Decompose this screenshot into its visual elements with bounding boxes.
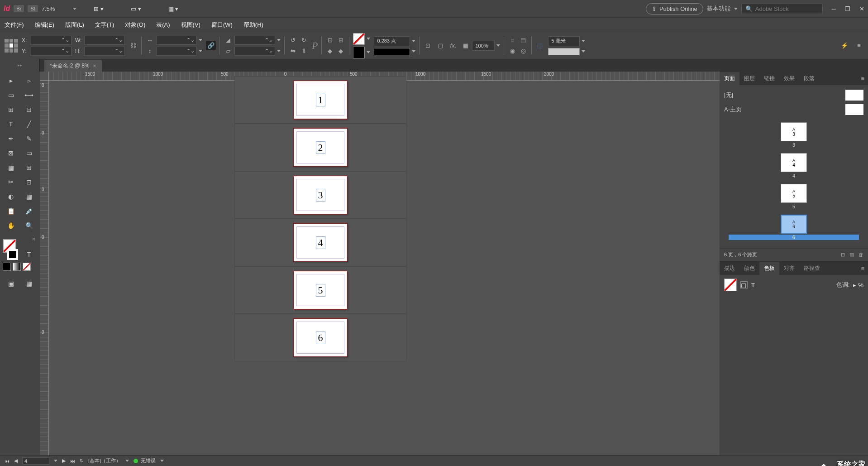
menu-view[interactable]: 视图(V) — [181, 21, 200, 29]
tab-stroke[interactable]: 描边 — [720, 262, 739, 275]
tab-align[interactable]: 对齐 — [779, 262, 799, 275]
bridge-button[interactable]: Br — [14, 5, 24, 12]
page-thumb-item[interactable]: A44 — [729, 153, 859, 178]
reference-point-grid[interactable] — [5, 39, 18, 53]
gradient-swatch-tool[interactable]: ◐ — [3, 190, 19, 203]
page-thumb-item[interactable]: A66 — [729, 215, 859, 240]
corner-radius-input[interactable]: 5 毫米 — [548, 36, 580, 46]
spread[interactable]: 6 — [234, 314, 406, 361]
menu-table[interactable]: 表(A) — [156, 21, 170, 29]
rotate-ccw-icon[interactable]: ↺ — [288, 36, 297, 45]
master-a[interactable]: A-主页 — [724, 102, 863, 117]
apply-none-icon[interactable] — [23, 263, 31, 271]
open-icon[interactable]: ↻ — [80, 458, 84, 464]
zoom-level-dropdown[interactable]: 7.5% — [42, 5, 77, 12]
preflight-status[interactable]: 无错误 — [134, 457, 156, 464]
tab-color[interactable]: 颜色 — [739, 262, 759, 275]
h-input[interactable]: ⌃⌄ — [84, 47, 125, 56]
menu-layout[interactable]: 版面(L) — [65, 21, 84, 29]
vertical-ruler[interactable]: 0 0 0 0 0 — [40, 81, 49, 455]
constrain-proportions-icon[interactable]: ⛓ — [129, 41, 138, 50]
tab-layers[interactable]: 图层 — [739, 72, 759, 85]
opacity-input[interactable]: 100% — [472, 41, 495, 51]
current-page-input[interactable]: 4 — [22, 457, 49, 465]
tab-effects[interactable]: 效果 — [779, 72, 799, 85]
next-page-button[interactable]: ▶ — [62, 458, 66, 464]
flip-h-icon[interactable]: ⇋ — [288, 47, 297, 56]
type-tool[interactable]: T — [3, 118, 19, 130]
pencil-tool[interactable]: ✎ — [21, 132, 37, 145]
w-input[interactable]: ⌃⌄ — [84, 36, 125, 45]
page[interactable]: 3 — [293, 176, 348, 214]
eyedropper-tool[interactable]: 💉 — [21, 205, 37, 217]
new-page-icon[interactable]: ▤ — [849, 252, 854, 258]
delete-page-icon[interactable]: 🗑 — [858, 252, 863, 258]
menu-file[interactable]: 文件(F) — [5, 21, 24, 29]
apply-black-icon[interactable] — [3, 263, 11, 271]
master-none[interactable]: [无] — [724, 88, 863, 102]
select-content-icon[interactable]: ⊞ — [336, 36, 345, 45]
x-input[interactable]: ⌃⌄ — [31, 36, 72, 45]
text-wrap-none-icon[interactable]: ≡ — [508, 36, 517, 45]
last-page-button[interactable]: ⏭ — [70, 458, 75, 464]
content-placer-tool[interactable]: ⊟ — [21, 103, 37, 116]
document-canvas[interactable]: 1500 1000 500 0 500 1000 1500 2000 0 0 0… — [40, 72, 720, 455]
grid-tool[interactable]: ⊞ — [21, 161, 37, 174]
shear-input[interactable]: ⌃⌄ — [234, 47, 275, 56]
page-tool[interactable]: ▭ — [3, 89, 19, 101]
rotate-cw-icon[interactable]: ↻ — [299, 36, 308, 45]
line-tool[interactable]: ╱ — [21, 118, 37, 130]
selection-tool[interactable]: ▸ — [3, 74, 19, 87]
spread[interactable]: 5 — [234, 266, 406, 314]
page-thumb-item[interactable]: A33 — [729, 122, 859, 148]
apply-gradient-icon[interactable] — [13, 263, 21, 271]
select-prev-icon[interactable]: ◆ — [325, 47, 334, 56]
spread[interactable]: 2 — [234, 124, 406, 171]
y-input[interactable]: ⌃⌄ — [31, 47, 72, 56]
tab-pages[interactable]: 页面 — [720, 72, 739, 85]
rectangle-frame-tool[interactable]: ⊠ — [3, 147, 19, 159]
page[interactable]: 4 — [293, 223, 348, 262]
page[interactable]: 6 — [293, 318, 348, 357]
fill-swatch[interactable] — [353, 33, 365, 45]
tab-pathfinder[interactable]: 路径查 — [799, 262, 825, 275]
tab-swatches[interactable]: 色板 — [759, 262, 779, 275]
page-thumb-item[interactable]: A55 — [729, 184, 859, 209]
rectangle-tool[interactable]: ▭ — [21, 147, 37, 159]
restore-button[interactable]: ❐ — [845, 5, 850, 12]
gap-tool[interactable]: ⟷ — [21, 89, 37, 101]
preset-label[interactable]: [基本]（工作） — [88, 457, 121, 464]
stroke-weight-input[interactable]: 0.283 点 — [374, 36, 410, 46]
view-dropdown-2-icon[interactable]: ▭ ▾ — [131, 5, 141, 12]
document-tab[interactable]: *未命名-2 @ 8% × — [44, 60, 102, 72]
stroke-style-dropdown[interactable] — [374, 48, 410, 55]
panel-menu-icon[interactable]: ≡ — [854, 41, 863, 50]
minimize-button[interactable]: ─ — [832, 5, 836, 12]
scissors-tool[interactable]: ✂ — [3, 176, 19, 188]
spread[interactable]: 4 — [234, 219, 406, 266]
edit-page-size-icon[interactable]: ⊡ — [841, 252, 845, 258]
fx-icon[interactable]: fx. — [448, 41, 458, 50]
left-dock-header[interactable]: ▸▸ — [0, 59, 40, 72]
panel-menu-icon[interactable]: ≡ — [857, 75, 868, 82]
text-formatting-icon[interactable]: T — [751, 282, 755, 288]
menu-type[interactable]: 文字(T) — [95, 21, 114, 29]
view-dropdown-3-icon[interactable]: ▦ ▾ — [168, 5, 179, 12]
view-mode-preview[interactable]: ▦ — [21, 277, 37, 290]
menu-window[interactable]: 窗口(W) — [211, 21, 233, 29]
hand-tool[interactable]: ✋ — [3, 219, 19, 232]
flip-v-icon[interactable]: ⥮ — [299, 47, 308, 56]
stock-button[interactable]: St — [28, 5, 38, 12]
first-page-button[interactable]: ⏮ — [5, 458, 10, 464]
corner-shape-dropdown[interactable] — [548, 48, 580, 55]
prev-page-button[interactable]: ◀ — [14, 458, 18, 464]
container-formatting-icon[interactable]: ▢ — [740, 281, 748, 288]
chevron-down-icon[interactable] — [54, 460, 57, 462]
quick-apply-icon[interactable]: ⚡ — [840, 41, 849, 50]
stroke-swatch[interactable] — [353, 47, 365, 58]
zoom-tool[interactable]: 🔍 — [21, 219, 37, 232]
adobe-stock-search[interactable]: 🔍 Adobe Stock — [741, 4, 823, 14]
current-swatch-icon[interactable] — [724, 279, 737, 291]
text-wrap-3-icon[interactable]: ◉ — [508, 47, 517, 56]
free-transform-tool[interactable]: ⊡ — [21, 176, 37, 188]
